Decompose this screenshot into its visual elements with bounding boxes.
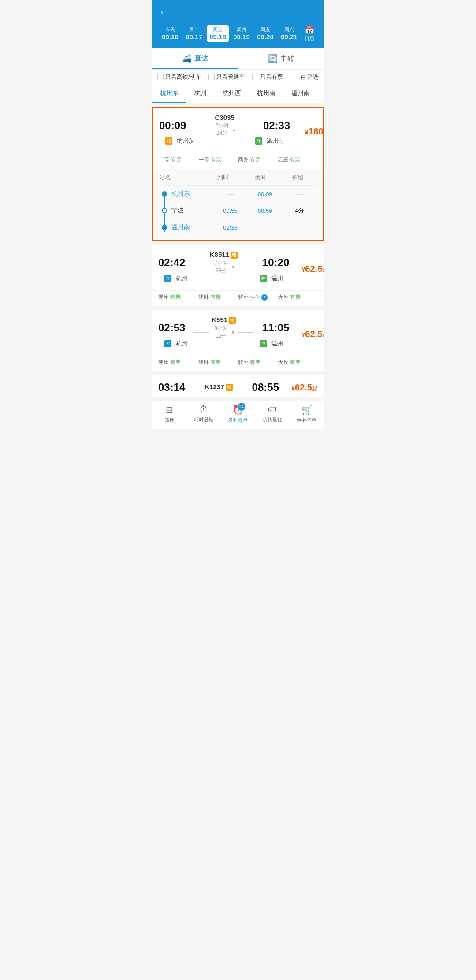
ticket-type-label: 软卧	[238, 359, 249, 365]
nav-label: 候补下单	[297, 417, 316, 423]
filter-只看有票[interactable]: 只看有票	[252, 73, 283, 81]
nav-item-候补下单[interactable]: 🛒 候补下单	[290, 405, 324, 423]
ticket-type-label: 硬卧	[198, 294, 209, 300]
arr-station: 温州	[271, 340, 283, 348]
arr-badge: 终	[260, 340, 267, 347]
header: ‹ 今天09.16周二09.17周三09.18周四09.19周五09.20周六0…	[152, 0, 324, 48]
train-price: ¥180起	[294, 126, 324, 137]
train-duration: 8小时12分 ▼	[192, 325, 256, 340]
date-tab-09.18[interactable]: 周三09.18	[207, 25, 229, 42]
nav-badge: 24	[238, 403, 245, 411]
ticket-classes: 硬座 有票 硬卧 有票 软卧 候补+ 无座 有票	[152, 290, 324, 306]
train-price: ¥62.5起	[293, 264, 324, 274]
price-suffix: 起	[322, 332, 324, 338]
stop-dot-filled	[162, 191, 167, 197]
nav-item-筛选[interactable]: ⊟ 筛选	[152, 405, 186, 423]
tab-label: 中转	[280, 54, 294, 63]
ticket-type-label: 一等	[199, 156, 209, 163]
trend-down-icon: ▼	[231, 330, 235, 335]
ticket-avail-label: 有票	[250, 156, 260, 163]
duration-line	[194, 130, 210, 130]
arr-badge: 终	[255, 137, 262, 145]
tab-bar: 🚄直达🔄中转	[152, 48, 324, 70]
ticket-class: 一等 有票	[199, 156, 238, 163]
ticket-avail-label: 有票	[290, 156, 300, 163]
price-unit: ¥	[302, 266, 305, 273]
ticket-class: 无座 有票	[278, 156, 317, 163]
date-tab-09.20[interactable]: 周五09.20	[254, 25, 276, 42]
ticket-class: 商务 有票	[238, 156, 278, 163]
ticket-type-label: 软卧	[238, 294, 249, 300]
train-middle: K551铺 8小时12分 ▼	[192, 316, 256, 340]
checkbox-icon[interactable]	[208, 74, 215, 80]
tab-中转[interactable]: 🔄中转	[238, 48, 324, 69]
train-list: 00:09 C3035 2小时24分 ▲ 02:33 始 杭州东	[152, 107, 324, 397]
filter-label: 只看有票	[260, 73, 283, 81]
stop-depart: 00:09	[248, 191, 283, 197]
depart-time: 03:14	[158, 381, 188, 393]
nav-item-耗时最短[interactable]: ⏱ 耗时最短	[186, 405, 221, 423]
filter-只看高铁/动车[interactable]: 只看高铁/动车	[157, 73, 201, 81]
calendar-button[interactable]: 📅日历	[302, 23, 317, 44]
ticket-type-label: 硬卧	[198, 359, 209, 365]
nav-item-价格最低[interactable]: 🏷 价格最低	[255, 405, 290, 423]
train-main: 02:53 K551铺 8小时12分 ▼ 11:05 过 杭州	[152, 310, 324, 356]
checkbox-icon[interactable]	[252, 74, 258, 80]
station-tab-杭州西[interactable]: 杭州西	[215, 85, 249, 103]
ticket-class: 硬卧 有票	[198, 359, 238, 366]
filter-只看普通车[interactable]: 只看普通车	[208, 73, 245, 81]
nav-item-发时最早[interactable]: ⏰ 24 发时最早	[221, 405, 255, 423]
filter-button[interactable]: ⊟筛选	[301, 73, 319, 81]
nav-label: 发时最早	[228, 417, 248, 423]
nav-label: 筛选	[164, 417, 174, 423]
station-tab-杭州[interactable]: 杭州	[186, 85, 215, 103]
stop-indicator	[159, 225, 170, 230]
filter-btn-label: 筛选	[307, 73, 319, 81]
stop-stay: 4分	[282, 207, 317, 215]
ticket-avail-label: 有票	[210, 359, 221, 365]
station-tab-杭州南[interactable]: 杭州南	[249, 85, 283, 103]
train-price: ¥62.5起	[283, 382, 318, 393]
waitlist-plus-icon: +	[261, 294, 268, 301]
date-tab-09.21[interactable]: 周六09.21	[278, 25, 300, 42]
ticket-class: 硬卧 有票	[198, 293, 238, 301]
ticket-avail-label: 有票	[170, 294, 181, 300]
stop-arrive: ----	[213, 191, 248, 197]
header-top: ‹	[159, 5, 317, 18]
duration-line	[193, 332, 209, 333]
train-card[interactable]: 02:42 K8511铺 7小时38分 ▼ 10:20 过 杭州	[152, 245, 324, 306]
stop-row: 宁波 00:55 00:59 4分	[159, 202, 317, 219]
checkbox-icon[interactable]	[157, 74, 164, 80]
trend-up-icon: ▲	[232, 127, 236, 132]
station-tab-温州南[interactable]: 温州南	[283, 85, 318, 103]
date-tab-09.19[interactable]: 周四09.19	[231, 25, 253, 42]
arrive-time: 08:55	[249, 381, 279, 393]
col-stay: 停留	[279, 174, 317, 182]
train-card[interactable]: 02:53 K551铺 8小时12分 ▼ 11:05 过 杭州	[152, 310, 324, 371]
more-button[interactable]	[313, 10, 317, 14]
stop-row: 温州南 02:33 ---- ----	[159, 219, 317, 236]
col-arrive: 到时	[204, 174, 242, 182]
train-number: C3035	[193, 114, 257, 121]
train-number: K551铺	[192, 316, 256, 324]
station-tab-杭州东[interactable]: 杭州东	[152, 85, 186, 103]
train-card[interactable]: 00:09 C3035 2小时24分 ▲ 02:33 始 杭州东	[152, 107, 324, 241]
ticket-type-label: 无座	[278, 156, 288, 163]
ticket-type-label: 硬座	[158, 294, 169, 300]
tab-直达[interactable]: 🚄直达	[152, 48, 238, 69]
filter-label: 只看高铁/动车	[165, 73, 201, 81]
back-button[interactable]: ‹	[159, 5, 165, 18]
nav-label: 耗时最短	[194, 416, 213, 423]
date-tab-09.16[interactable]: 今天09.16	[159, 25, 181, 42]
date-tabs: 今天09.16周二09.17周三09.18周四09.19周五09.20周六09.…	[159, 23, 317, 48]
ticket-avail-label: 候补	[250, 294, 260, 300]
stop-stay: ----	[282, 191, 317, 197]
stop-depart: ----	[248, 224, 283, 231]
arrive-time: 02:33	[260, 119, 290, 132]
trend-down-icon: ▼	[231, 265, 235, 270]
duration-line	[193, 267, 209, 267]
date-tab-09.17[interactable]: 周二09.17	[183, 25, 205, 42]
train-card[interactable]: 03:14 K1237铺 08:55 ¥62.5起	[152, 375, 324, 397]
filter-icon: ⊟	[301, 74, 306, 81]
dep-badge: 始	[165, 137, 172, 145]
